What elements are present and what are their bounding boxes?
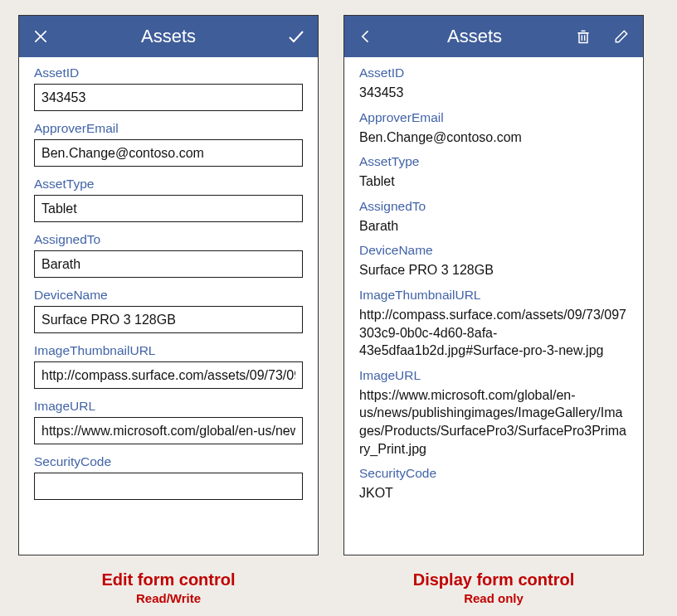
- edit-caption-main: Edit form control: [18, 570, 319, 589]
- dvalue-imagethumbnailurl: http://compass.surface.com/assets/09/73/…: [359, 306, 628, 360]
- dfield-approveremail: ApproverEmail Ben.Change@contoso.com: [359, 110, 628, 147]
- submit-icon[interactable]: [285, 25, 308, 48]
- dfield-assettype: AssetType Tablet: [359, 154, 628, 191]
- field-imagethumbnailurl: ImageThumbnailURL: [34, 343, 303, 389]
- field-assettype: AssetType: [34, 177, 303, 222]
- back-icon[interactable]: [354, 25, 377, 48]
- display-form-screen: Assets AssetID 343453 ApproverEmail: [343, 15, 644, 555]
- label-devicename: DeviceName: [34, 288, 303, 303]
- dfield-assignedto: AssignedTo Barath: [359, 199, 628, 235]
- dfield-securitycode: SecurityCode JKOT: [359, 466, 628, 502]
- input-imagethumbnailurl[interactable]: [34, 361, 303, 389]
- dfield-devicename: DeviceName Surface PRO 3 128GB: [359, 243, 628, 279]
- display-form-body: AssetID 343453 ApproverEmail Ben.Change@…: [344, 57, 643, 555]
- label-assettype: AssetType: [34, 177, 303, 192]
- edit-header: Assets: [19, 16, 318, 57]
- dlabel-assettype: AssetType: [359, 154, 628, 169]
- input-devicename[interactable]: [34, 306, 303, 333]
- field-imageurl: ImageURL: [34, 399, 303, 444]
- label-imagethumbnailurl: ImageThumbnailURL: [34, 343, 303, 358]
- dvalue-devicename: Surface PRO 3 128GB: [359, 261, 628, 279]
- edit-caption-sub: Read/Write: [18, 591, 319, 605]
- input-imageurl[interactable]: [34, 417, 303, 444]
- field-devicename: DeviceName: [34, 288, 303, 333]
- close-icon[interactable]: [29, 25, 52, 48]
- field-assignedto: AssignedTo: [34, 232, 303, 278]
- input-assettype[interactable]: [34, 195, 303, 222]
- edit-form-body: AssetID ApproverEmail AssetType Assigned…: [19, 57, 318, 555]
- label-securitycode: SecurityCode: [34, 454, 303, 469]
- dvalue-assetid: 343453: [359, 84, 628, 102]
- display-caption-sub: Read only: [343, 591, 644, 605]
- input-assetid[interactable]: [34, 84, 303, 111]
- edit-form-screen: Assets AssetID ApproverEmail AssetType: [18, 15, 319, 555]
- display-caption-main: Display form control: [343, 570, 644, 589]
- dvalue-securitycode: JKOT: [359, 484, 628, 502]
- display-header: Assets: [344, 16, 643, 57]
- dfield-imageurl: ImageURL https://www.microsoft.com/globa…: [359, 368, 628, 458]
- dlabel-assetid: AssetID: [359, 65, 628, 80]
- dlabel-assignedto: AssignedTo: [359, 199, 628, 214]
- dvalue-imageurl: https://www.microsoft.com/global/en-us/n…: [359, 386, 628, 458]
- input-securitycode[interactable]: [34, 473, 303, 500]
- input-approveremail[interactable]: [34, 139, 303, 167]
- display-caption: Display form control Read only: [343, 570, 644, 605]
- field-securitycode: SecurityCode: [34, 454, 303, 500]
- dlabel-imagethumbnailurl: ImageThumbnailURL: [359, 288, 628, 303]
- dfield-imagethumbnailurl: ImageThumbnailURL http://compass.surface…: [359, 288, 628, 360]
- dlabel-imageurl: ImageURL: [359, 368, 628, 383]
- dvalue-approveremail: Ben.Change@contoso.com: [359, 129, 628, 147]
- label-imageurl: ImageURL: [34, 399, 303, 414]
- delete-icon[interactable]: [572, 25, 595, 48]
- label-assetid: AssetID: [34, 65, 303, 80]
- svg-rect-2: [579, 33, 587, 43]
- field-assetid: AssetID: [34, 65, 303, 111]
- label-assignedto: AssignedTo: [34, 232, 303, 247]
- dfield-assetid: AssetID 343453: [359, 65, 628, 102]
- edit-icon[interactable]: [610, 25, 633, 48]
- dlabel-approveremail: ApproverEmail: [359, 110, 628, 125]
- display-header-title: Assets: [377, 26, 572, 47]
- edit-caption: Edit form control Read/Write: [18, 570, 319, 605]
- input-assignedto[interactable]: [34, 250, 303, 278]
- dlabel-devicename: DeviceName: [359, 243, 628, 258]
- edit-header-title: Assets: [52, 26, 285, 47]
- field-approveremail: ApproverEmail: [34, 121, 303, 167]
- dvalue-assignedto: Barath: [359, 217, 628, 235]
- dlabel-securitycode: SecurityCode: [359, 466, 628, 481]
- label-approveremail: ApproverEmail: [34, 121, 303, 136]
- dvalue-assettype: Tablet: [359, 172, 628, 191]
